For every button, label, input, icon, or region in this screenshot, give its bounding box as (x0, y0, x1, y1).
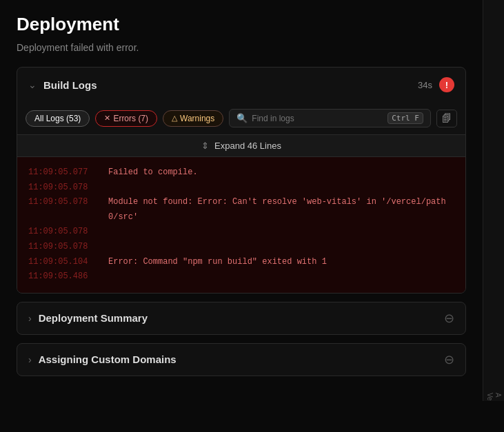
log-timestamp: 11:09:05.078 (28, 195, 97, 210)
deployment-summary-header[interactable]: › Deployment Summary ⊖ (17, 302, 465, 334)
logs-toolbar: All Logs (53) ✕ Errors (7) △ Warnings 🔍 … (17, 102, 465, 135)
log-line: 11:09:05.486 (28, 269, 454, 285)
side-panel-text: A Ve (485, 393, 502, 401)
deployment-summary-header-right: ⊖ (444, 312, 454, 325)
x-circle-icon: ✕ (104, 114, 110, 123)
log-output-area: 11:09:05.077 Failed to compile. 11:09:05… (17, 157, 465, 293)
log-line: 11:09:05.078 (28, 225, 454, 240)
expand-arrows-icon: ⇕ (201, 141, 209, 151)
build-logs-header[interactable]: ⌄ Build Logs 34s ! (17, 68, 465, 102)
log-line: 11:09:05.078 Module not found: Error: Ca… (28, 195, 454, 225)
error-count-badge: ! (439, 77, 454, 92)
custom-domains-card: › Assigning Custom Domains ⊖ (17, 343, 466, 376)
search-shortcut: Ctrl F (387, 112, 423, 124)
deployment-summary-header-left: › Deployment Summary (28, 312, 148, 324)
chevron-down-icon: ⌄ (28, 79, 37, 90)
warnings-filter[interactable]: △ Warnings (163, 110, 223, 127)
copy-logs-button[interactable]: 🗐 (436, 110, 457, 127)
log-timestamp: 11:09:05.078 (28, 240, 97, 255)
deployment-summary-title: Deployment Summary (39, 312, 148, 324)
log-text: Failed to compile. (108, 165, 198, 181)
log-text (108, 181, 113, 196)
log-text: Error: Command "npm run build" exited wi… (108, 255, 327, 270)
build-logs-header-right: 34s ! (418, 77, 454, 92)
errors-filter-label: Errors (7) (113, 114, 148, 123)
log-timestamp: 11:09:05.078 (28, 225, 97, 240)
warning-triangle-icon: △ (172, 114, 177, 123)
log-text: Module not found: Error: Can't resolve '… (108, 195, 454, 225)
all-logs-filter[interactable]: All Logs (53) (26, 110, 90, 127)
build-timer: 34s (418, 80, 432, 90)
build-logs-card: ⌄ Build Logs 34s ! All Logs (53) ✕ Error… (17, 67, 466, 294)
chevron-right-icon: › (28, 354, 32, 365)
log-timestamp: 11:09:05.104 (28, 255, 97, 270)
custom-domains-title: Assigning Custom Domains (39, 353, 177, 365)
build-logs-header-left: ⌄ Build Logs (28, 79, 97, 91)
custom-domains-header[interactable]: › Assigning Custom Domains ⊖ (17, 344, 465, 376)
log-text (108, 240, 113, 255)
custom-domains-header-left: › Assigning Custom Domains (28, 353, 177, 365)
log-line: 11:09:05.077 Failed to compile. (28, 165, 454, 181)
chevron-right-icon: › (28, 313, 32, 324)
log-search-container: 🔍 Ctrl F (229, 109, 431, 127)
warnings-filter-label: Warnings (180, 114, 214, 123)
minus-circle-icon: ⊖ (444, 353, 454, 366)
log-line: 11:09:05.104 Error: Command "npm run bui… (28, 255, 454, 270)
log-timestamp: 11:09:05.078 (28, 181, 97, 196)
log-line: 11:09:05.078 (28, 181, 454, 196)
log-text (108, 269, 113, 285)
deployment-summary-card: › Deployment Summary ⊖ (17, 302, 466, 335)
errors-filter[interactable]: ✕ Errors (7) (95, 110, 157, 127)
page-subtitle: Deployment failed with error. (17, 42, 466, 53)
log-timestamp: 11:09:05.077 (28, 165, 97, 181)
expand-lines-bar[interactable]: ⇕ Expand 46 Lines (17, 135, 465, 157)
log-text (108, 225, 113, 240)
log-search-input[interactable] (252, 114, 383, 123)
side-panel: A Ve (483, 0, 504, 401)
build-logs-title: Build Logs (43, 79, 97, 91)
minus-circle-icon: ⊖ (444, 312, 454, 325)
search-icon: 🔍 (236, 113, 248, 123)
expand-lines-label: Expand 46 Lines (214, 141, 281, 151)
log-line: 11:09:05.078 (28, 240, 454, 255)
custom-domains-header-right: ⊖ (444, 353, 454, 366)
page-title: Deployment (17, 14, 466, 35)
log-timestamp: 11:09:05.486 (28, 269, 97, 285)
